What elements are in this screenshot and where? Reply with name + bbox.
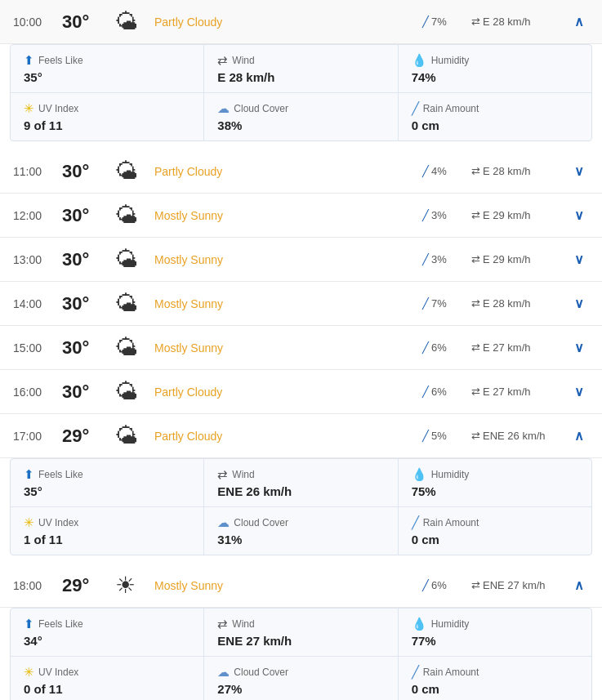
feels-like-label: ⬆ Feels Like xyxy=(24,53,190,68)
hour-row[interactable]: 17:00 29° 🌤 Partly Cloudy ╱ 5% ⇄ ENE 26 … xyxy=(0,414,602,458)
humidity-label: 💧 Humidity xyxy=(412,617,578,631)
rain-amount-cell: ╱ Rain Amount 0 cm xyxy=(399,93,591,140)
expand-chevron[interactable]: ∧ xyxy=(569,428,589,444)
hour-row[interactable]: 14:00 30° 🌤 Mostly Sunny ╱ 7% ⇄ E 28 km/… xyxy=(0,282,602,326)
wind-value: ENE 27 km/h xyxy=(217,634,384,648)
expand-chevron[interactable]: ∨ xyxy=(569,384,589,399)
rain-amount-value: 0 cm xyxy=(412,533,578,546)
wind-label: ⇄ Wind xyxy=(217,617,384,631)
humidity-cell: 💧 Humidity 77% xyxy=(399,609,591,656)
feels-like-cell: ⬆ Feels Like 34° xyxy=(11,609,204,656)
uv-index-cell: ✳ UV Index 0 of 11 xyxy=(11,657,204,700)
wind-cell: ⇄ Wind E 28 km/h xyxy=(204,45,398,92)
cloud-cover-cell: ☁ Cloud Cover 38% xyxy=(204,93,398,140)
cloud-icon: ☁ xyxy=(217,665,230,680)
expand-chevron[interactable]: ∨ xyxy=(569,207,589,223)
expand-chevron[interactable]: ∨ xyxy=(569,163,589,179)
rain-icon: ╱ xyxy=(422,253,429,265)
temperature: 30° xyxy=(62,337,115,359)
cloud-icon: ☁ xyxy=(217,515,230,530)
uv-icon: ✳ xyxy=(24,101,34,116)
rain-amount-cell: ╱ Rain Amount 0 cm xyxy=(399,657,591,700)
wind-icon: ⇄ xyxy=(471,341,480,354)
wind-speed: ⇄ E 27 km/h xyxy=(471,341,569,354)
feelslike-icon: ⬆ xyxy=(24,617,34,631)
hour-row[interactable]: 16:00 30° 🌤 Partly Cloudy ╱ 6% ⇄ E 27 km… xyxy=(0,370,602,414)
condition-label: Mostly Sunny xyxy=(154,253,422,266)
weather-icon: 🌤 xyxy=(115,246,154,273)
condition-label: Mostly Sunny xyxy=(154,579,422,592)
wind-cell: ⇄ Wind ENE 26 km/h xyxy=(204,459,398,506)
expand-chevron[interactable]: ∨ xyxy=(569,252,589,267)
rain-amount-icon: ╱ xyxy=(412,101,419,116)
rain-icon: ╱ xyxy=(422,165,429,177)
temperature: 30° xyxy=(62,381,115,403)
wind-label: ⇄ Wind xyxy=(217,53,384,68)
cloud-cover-cell: ☁ Cloud Cover 31% xyxy=(204,507,398,555)
expand-chevron[interactable]: ∨ xyxy=(569,340,589,355)
condition-label: Partly Cloudy xyxy=(154,165,422,178)
detail-row-top: ⬆ Feels Like 35° ⇄ Wind E 28 km/h 💧 Hum xyxy=(11,45,591,93)
detail-panel: ⬆ Feels Like 35° ⇄ Wind ENE 26 km/h 💧 H xyxy=(10,458,592,555)
rain-icon: ╱ xyxy=(422,341,429,354)
wind-speed: ⇄ ENE 27 km/h xyxy=(471,579,569,591)
wind-speed: ⇄ E 29 km/h xyxy=(471,253,569,265)
wind-icon: ⇄ xyxy=(471,386,480,398)
time-label: 10:00 xyxy=(13,16,62,29)
hour-row[interactable]: 10:00 30° 🌤 Partly Cloudy ╱ 7% ⇄ E 28 km… xyxy=(0,0,602,44)
cloud-cover-value: 27% xyxy=(217,682,384,696)
weather-icon: ☀ xyxy=(115,572,154,599)
expand-chevron[interactable]: ∧ xyxy=(569,577,589,593)
feels-like-value: 35° xyxy=(24,484,190,498)
hour-row[interactable]: 15:00 30° 🌤 Mostly Sunny ╱ 6% ⇄ E 27 km/… xyxy=(0,326,602,370)
wind-icon: ⇄ xyxy=(471,16,480,28)
wind-speed: ⇄ E 27 km/h xyxy=(471,386,569,398)
humidity-value: 75% xyxy=(412,484,578,498)
rain-amount-label: ╱ Rain Amount xyxy=(412,101,578,116)
uv-index-cell: ✳ UV Index 9 of 11 xyxy=(11,93,204,140)
wind-detail-icon: ⇄ xyxy=(217,617,228,631)
humidity-label: 💧 Humidity xyxy=(412,53,578,68)
time-label: 15:00 xyxy=(13,341,62,354)
rain-icon: ╱ xyxy=(422,386,429,398)
cloud-cover-label: ☁ Cloud Cover xyxy=(217,665,384,680)
expand-chevron[interactable]: ∨ xyxy=(569,296,589,311)
rain-amount-cell: ╱ Rain Amount 0 cm xyxy=(399,507,591,555)
wind-speed: ⇄ ENE 26 km/h xyxy=(471,430,569,442)
hour-row[interactable]: 18:00 29° ☀ Mostly Sunny ╱ 6% ⇄ ENE 27 k… xyxy=(0,564,602,608)
temperature: 30° xyxy=(62,161,115,182)
humidity-icon: 💧 xyxy=(412,617,427,631)
hour-row[interactable]: 13:00 30° 🌤 Mostly Sunny ╱ 3% ⇄ E 29 km/… xyxy=(0,238,602,282)
rain-chance: ╱ 5% xyxy=(422,430,471,442)
expand-chevron[interactable]: ∧ xyxy=(569,14,589,29)
time-label: 14:00 xyxy=(13,297,62,310)
humidity-icon: 💧 xyxy=(412,53,427,68)
cloud-cover-value: 31% xyxy=(217,533,384,546)
weather-icon: 🌤 xyxy=(115,158,154,185)
uv-index-value: 9 of 11 xyxy=(24,118,190,132)
temperature: 29° xyxy=(62,575,115,596)
humidity-cell: 💧 Humidity 75% xyxy=(399,459,591,506)
cloud-icon: ☁ xyxy=(217,101,230,116)
rain-amount-label: ╱ Rain Amount xyxy=(412,665,578,680)
wind-value: ENE 26 km/h xyxy=(217,484,384,498)
wind-icon: ⇄ xyxy=(471,579,480,591)
rain-amount-label: ╱ Rain Amount xyxy=(412,515,578,530)
rain-icon: ╱ xyxy=(422,297,429,310)
condition-label: Mostly Sunny xyxy=(154,209,422,222)
wind-speed: ⇄ E 29 km/h xyxy=(471,209,569,221)
detail-panel: ⬆ Feels Like 34° ⇄ Wind ENE 27 km/h 💧 H xyxy=(10,608,592,700)
feelslike-icon: ⬆ xyxy=(24,53,34,68)
rain-amount-value: 0 cm xyxy=(412,682,578,696)
wind-icon: ⇄ xyxy=(471,430,480,442)
hour-row[interactable]: 12:00 30° 🌤 Mostly Sunny ╱ 3% ⇄ E 29 km/… xyxy=(0,194,602,238)
time-label: 13:00 xyxy=(13,253,62,266)
detail-panel: ⬆ Feels Like 35° ⇄ Wind E 28 km/h 💧 Hum xyxy=(10,44,592,141)
cloud-cover-cell: ☁ Cloud Cover 27% xyxy=(204,657,398,700)
wind-icon: ⇄ xyxy=(471,253,480,265)
rain-chance: ╱ 7% xyxy=(422,16,471,28)
condition-label: Partly Cloudy xyxy=(154,386,422,399)
hour-row[interactable]: 11:00 30° 🌤 Partly Cloudy ╱ 4% ⇄ E 28 km… xyxy=(0,149,602,194)
weather-icon: 🌤 xyxy=(115,8,154,35)
rain-chance: ╱ 6% xyxy=(422,579,471,591)
